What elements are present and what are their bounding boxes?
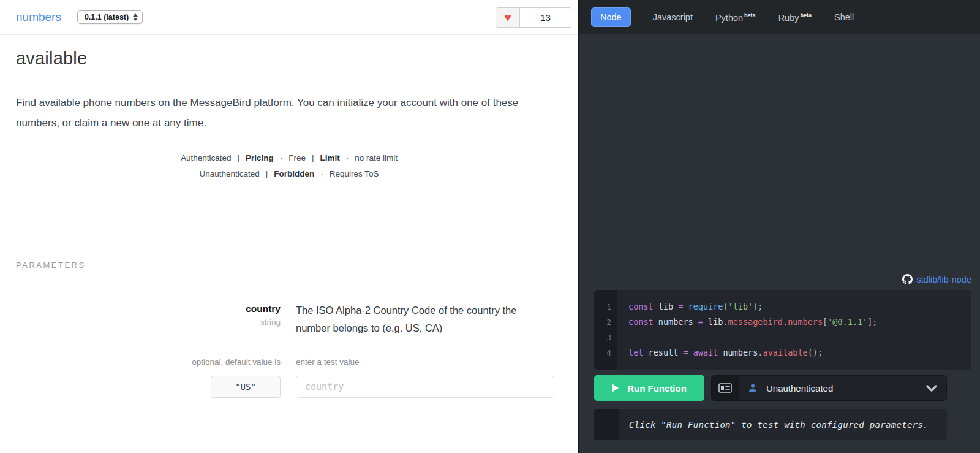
- play-icon: [612, 384, 619, 392]
- code-area[interactable]: const lib = require('lib');const numbers…: [617, 290, 971, 370]
- country-test-input[interactable]: [296, 376, 554, 398]
- parameter-name: country: [0, 302, 281, 316]
- code-gutter: 1234: [594, 290, 617, 370]
- function-description: Find available phone numbers on the Mess…: [16, 93, 555, 133]
- line-number: 1: [594, 299, 617, 314]
- repo-link[interactable]: stdlib/lib-node: [917, 275, 971, 284]
- github-icon: [902, 274, 913, 284]
- person-icon: [748, 383, 758, 393]
- tab-javascript[interactable]: Javascript: [653, 12, 693, 22]
- tab-shell[interactable]: Shell: [834, 12, 854, 22]
- auth-info-line: Authenticated|Pricing·Free|Limit·no rate…: [0, 150, 578, 166]
- doc-header: numbers 0.1.1 (latest) ♥ 13: [0, 0, 578, 35]
- optional-default-label: optional, default value is: [0, 357, 281, 368]
- line-number: 2: [594, 314, 617, 330]
- auth-select-value: Unauthenticated: [766, 383, 833, 394]
- language-tabbar: NodeJavascriptPythonbetaRubybetaShell: [579, 0, 980, 34]
- like-button[interactable]: ♥: [496, 8, 520, 27]
- line-number: 4: [594, 345, 617, 360]
- doc-panel: numbers 0.1.1 (latest) ♥ 13 available Fi…: [0, 0, 578, 453]
- doc-body: available Find available phone numbers o…: [0, 35, 578, 453]
- code-line: [628, 330, 965, 345]
- run-function-button[interactable]: Run Function: [594, 375, 704, 401]
- result-message: Click "Run Function" to test with config…: [619, 409, 929, 440]
- line-number: 3: [594, 330, 617, 345]
- default-value-box: "US": [211, 376, 281, 398]
- select-updown-icon: [133, 13, 138, 21]
- code-panel: NodeJavascriptPythonbetaRubybetaShell st…: [578, 0, 980, 453]
- heart-icon: ♥: [504, 11, 511, 23]
- like-count: 13: [520, 8, 571, 27]
- controls-row: Run Function Unauthenticated: [594, 375, 971, 401]
- parameter-row: country string The ISO Alpha-2 Country C…: [0, 302, 578, 398]
- code-line: let result = await numbers.available();: [628, 345, 965, 360]
- auth-info: Authenticated|Pricing·Free|Limit·no rate…: [0, 150, 578, 182]
- library-title-link[interactable]: numbers: [16, 10, 61, 24]
- chevron-down-icon: [926, 385, 937, 392]
- code-line: const numbers = lib.messagebird.numbers[…: [628, 314, 965, 330]
- parameter-type: string: [0, 316, 281, 329]
- code-panel-body: stdlib/lib-node 1234 const lib = require…: [579, 34, 980, 453]
- code-block: 1234 const lib = require('lib');const nu…: [594, 290, 971, 370]
- parameter-description: The ISO Alpha-2 Country Code of the coun…: [296, 302, 553, 337]
- result-box: Click "Run Function" to test with config…: [594, 409, 947, 440]
- id-card-icon: [712, 376, 739, 400]
- parameters-heading: PARAMETERS: [16, 261, 562, 270]
- tab-ruby[interactable]: Rubybeta: [778, 12, 812, 23]
- repo-row: stdlib/lib-node: [594, 274, 971, 284]
- function-title: available: [16, 48, 562, 69]
- divider: [9, 278, 570, 278]
- test-value-label: enter a test value: [296, 357, 554, 368]
- like-widget: ♥ 13: [496, 7, 571, 28]
- run-function-label: Run Function: [627, 383, 687, 394]
- version-select[interactable]: 0.1.1 (latest): [77, 10, 143, 24]
- tab-node[interactable]: Node: [591, 7, 631, 27]
- divider: [9, 80, 570, 80]
- result-gutter: [594, 409, 619, 440]
- code-line: const lib = require('lib');: [628, 299, 965, 314]
- auth-info-line: Unauthenticated|Forbidden·Requires ToS: [0, 166, 578, 182]
- tab-python[interactable]: Pythonbeta: [715, 12, 756, 23]
- auth-account-select[interactable]: Unauthenticated: [711, 375, 947, 401]
- version-select-value: 0.1.1 (latest): [85, 13, 129, 21]
